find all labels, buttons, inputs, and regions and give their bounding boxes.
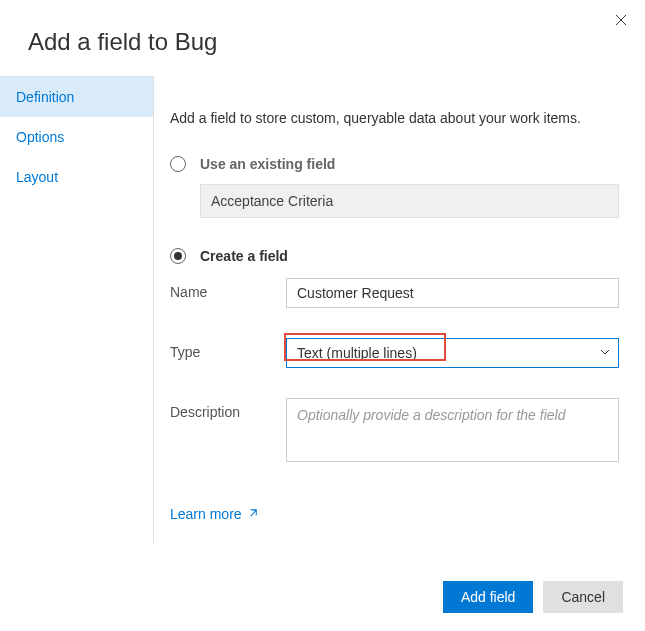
- dialog-title: Add a field to Bug: [28, 28, 217, 56]
- name-input[interactable]: [286, 278, 619, 308]
- type-row: Type Text (multiple lines): [170, 338, 619, 368]
- add-field-dialog: Add a field to Bug Definition Options La…: [0, 0, 645, 631]
- close-button[interactable]: [611, 10, 631, 33]
- existing-field-input: Acceptance Criteria: [200, 184, 619, 218]
- description-textarea[interactable]: [286, 398, 619, 462]
- description-label: Description: [170, 398, 286, 420]
- radio-unchecked-icon[interactable]: [170, 156, 186, 172]
- create-field-label: Create a field: [200, 248, 288, 264]
- learn-more-label: Learn more: [170, 506, 242, 522]
- content-description: Add a field to store custom, queryable d…: [170, 110, 619, 126]
- create-field-option[interactable]: Create a field: [170, 248, 619, 264]
- cancel-button[interactable]: Cancel: [543, 581, 623, 613]
- sidebar-item-definition[interactable]: Definition: [0, 77, 153, 117]
- type-label: Type: [170, 338, 286, 360]
- sidebar-item-layout[interactable]: Layout: [0, 157, 153, 197]
- use-existing-label: Use an existing field: [200, 156, 335, 172]
- name-label: Name: [170, 278, 286, 300]
- learn-more-link[interactable]: Learn more: [170, 506, 259, 522]
- sidebar-item-label: Layout: [16, 169, 58, 185]
- dialog-header: Add a field to Bug: [0, 0, 645, 76]
- sidebar-item-label: Options: [16, 129, 64, 145]
- dialog-footer: Add field Cancel: [443, 581, 623, 613]
- type-select[interactable]: Text (multiple lines): [286, 338, 619, 368]
- close-icon: [615, 14, 627, 29]
- name-row: Name: [170, 278, 619, 308]
- type-select-value: Text (multiple lines): [286, 338, 619, 368]
- external-link-icon: [242, 506, 259, 522]
- use-existing-option[interactable]: Use an existing field: [170, 156, 619, 172]
- sidebar-item-options[interactable]: Options: [0, 117, 153, 157]
- sidebar-item-label: Definition: [16, 89, 74, 105]
- radio-checked-icon[interactable]: [170, 248, 186, 264]
- add-field-button[interactable]: Add field: [443, 581, 533, 613]
- description-row: Description: [170, 398, 619, 462]
- sidebar: Definition Options Layout: [0, 76, 154, 543]
- content-panel: Add a field to store custom, queryable d…: [154, 76, 645, 543]
- dialog-body: Definition Options Layout Add a field to…: [0, 76, 645, 543]
- existing-field-container: Acceptance Criteria: [200, 184, 619, 218]
